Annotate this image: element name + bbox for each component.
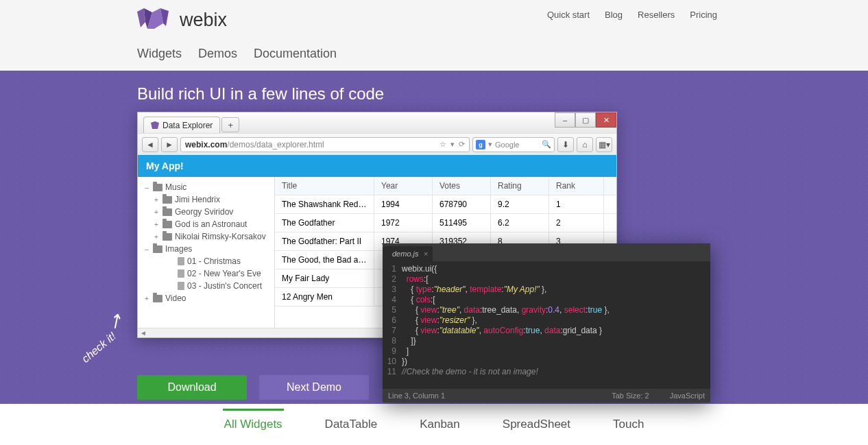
main-nav: Widgets Demos Documentation — [137, 47, 731, 61]
table-row[interactable]: The Shawshank Redemption19946787909.21 — [275, 195, 616, 214]
expand-icon[interactable]: + — [153, 208, 160, 216]
tree-view[interactable]: –Music+Jimi Hendrix+Georgy Sviridov+God … — [138, 177, 275, 328]
expand-icon[interactable]: – — [143, 184, 150, 191]
tree-label: God is an Astronaut — [175, 219, 247, 229]
menu-icon[interactable]: ▦▾ — [596, 137, 612, 152]
code-line[interactable]: { view:"datatable", autoConfig:true, dat… — [402, 326, 710, 336]
column-header[interactable]: Rating — [491, 177, 549, 195]
back-button[interactable]: ◄ — [142, 137, 158, 152]
logo-text: webix — [180, 10, 227, 31]
code-line[interactable]: { cols:[ — [402, 295, 710, 305]
nav-widgets[interactable]: Widgets — [137, 47, 182, 61]
line-number: 10 — [383, 357, 402, 367]
maximize-button[interactable]: ▢ — [575, 112, 596, 128]
table-row[interactable]: The Godfather19725114956.22 — [275, 214, 616, 232]
line-number: 3 — [383, 285, 402, 295]
tab-size[interactable]: Tab Size: 2 — [612, 392, 649, 400]
app-header: My App! — [138, 155, 616, 177]
table-cell: The Godfather: Part II — [275, 232, 374, 250]
home-icon[interactable]: ⌂ — [577, 137, 593, 152]
expand-icon[interactable]: + — [143, 295, 150, 302]
expand-icon[interactable]: – — [143, 245, 150, 253]
language-mode[interactable]: JavaScript — [670, 392, 705, 400]
code-editor[interactable]: demo.js× 1webix.ui({2 rows:[3 { type:"he… — [383, 243, 710, 402]
table-cell: The Good, the Bad and the Ugly — [275, 251, 374, 269]
code-line[interactable]: { view:"resizer" }, — [402, 315, 710, 326]
code-line[interactable]: }) — [402, 357, 710, 367]
close-button[interactable]: ✕ — [596, 112, 616, 128]
cursor-position: Line 3, Column 1 — [388, 392, 445, 400]
tree-label: Video — [165, 293, 186, 303]
nav-quick-start[interactable]: Quick start — [547, 10, 590, 20]
code-line[interactable]: webix.ui({ — [402, 264, 710, 274]
browser-titlebar: Data Explorer + – ▢ ✕ — [138, 112, 616, 133]
expand-icon[interactable]: + — [153, 221, 160, 228]
line-number: 9 — [383, 346, 402, 357]
nav-blog[interactable]: Blog — [605, 10, 623, 20]
tree-label: Georgy Sviridov — [175, 207, 233, 217]
tree-node[interactable]: –Images — [138, 243, 274, 255]
svg-marker-0 — [137, 8, 145, 27]
reload-icon[interactable]: ⟳ — [459, 140, 465, 149]
tree-node[interactable]: 03 - Justin's Concert — [138, 280, 274, 292]
code-line[interactable]: ]} — [402, 336, 710, 346]
line-number: 8 — [383, 336, 402, 346]
tree-node[interactable]: +God is an Astronaut — [138, 218, 274, 230]
tree-node[interactable]: +Jimi Hendrix — [138, 193, 274, 206]
editor-tab[interactable]: demo.js× — [383, 246, 433, 261]
tree-node[interactable]: +Georgy Sviridov — [138, 206, 274, 218]
tab-datatable[interactable]: DataTable — [324, 411, 379, 438]
column-header[interactable]: Title — [275, 177, 374, 195]
tab-kanban[interactable]: Kanban — [418, 411, 461, 438]
code-line[interactable]: rows:[ — [402, 274, 710, 285]
table-cell: 12 Angry Men — [275, 288, 374, 306]
check-it-annotation: check it!↗ — [80, 330, 119, 365]
download-icon[interactable]: ⬇ — [557, 137, 574, 152]
expand-icon[interactable]: + — [153, 233, 160, 241]
expand-icon[interactable]: + — [153, 196, 160, 204]
tree-node[interactable]: +Video — [138, 292, 274, 304]
close-tab-icon[interactable]: × — [424, 250, 428, 258]
next-demo-button[interactable]: Next Demo — [259, 375, 369, 400]
code-line[interactable]: ] — [402, 346, 710, 357]
column-header[interactable]: Votes — [433, 177, 491, 195]
code-line[interactable]: { view:"tree", data:tree_data, gravity:0… — [402, 305, 710, 315]
tab-touch[interactable]: Touch — [612, 411, 645, 438]
nav-pricing[interactable]: Pricing — [690, 10, 717, 20]
tab-all-widgets[interactable]: All Widgets — [223, 409, 284, 438]
tree-node[interactable]: 02 - New Year's Eve — [138, 267, 274, 280]
nav-resellers[interactable]: Resellers — [638, 10, 675, 20]
nav-documentation[interactable]: Documentation — [254, 47, 337, 61]
tree-node[interactable]: 01 - Christmas — [138, 255, 274, 267]
table-header-row: TitleYearVotesRatingRank — [275, 177, 616, 195]
file-icon — [178, 269, 184, 278]
editor-tabs: demo.js× — [383, 243, 710, 261]
table-cell: The Shawshank Redemption — [275, 195, 374, 213]
tab-spreadsheet[interactable]: SpreadSheet — [501, 411, 572, 438]
column-header[interactable]: Year — [374, 177, 433, 195]
editor-body[interactable]: 1webix.ui({2 rows:[3 { type:"header", te… — [383, 261, 710, 380]
browser-tab[interactable]: Data Explorer — [143, 117, 220, 133]
line-number: 2 — [383, 274, 402, 285]
tree-label: Nikolai Rimsky-Korsakov — [175, 232, 266, 241]
table-cell: My Fair Lady — [275, 269, 374, 287]
code-line[interactable]: //Check the demo - it is not an image! — [402, 367, 710, 377]
nav-demos[interactable]: Demos — [198, 47, 237, 61]
forward-button[interactable]: ► — [161, 137, 178, 152]
tree-node[interactable]: +Nikolai Rimsky-Korsakov — [138, 230, 274, 243]
bookmark-icon[interactable]: ☆ — [439, 140, 446, 149]
download-button[interactable]: Download — [137, 375, 247, 400]
search-box[interactable]: g▾ Google 🔍 — [472, 137, 555, 152]
address-bar[interactable]: webix.com/demos/data_explorer.html ☆▾⟳ — [180, 137, 470, 152]
table-cell: The Godfather — [275, 214, 374, 232]
minimize-button[interactable]: – — [555, 112, 575, 128]
table-cell: 9.2 — [491, 195, 549, 213]
search-icon[interactable]: 🔍 — [542, 140, 551, 149]
column-header[interactable]: Rank — [549, 177, 604, 195]
tree-node[interactable]: –Music — [138, 181, 274, 193]
header: Quick start Blog Resellers Pricing webix… — [0, 0, 868, 71]
new-tab-button[interactable]: + — [221, 117, 239, 132]
code-line[interactable]: { type:"header", template:"My App!" }, — [402, 285, 710, 295]
line-number: 11 — [383, 367, 402, 377]
folder-icon — [153, 184, 162, 191]
